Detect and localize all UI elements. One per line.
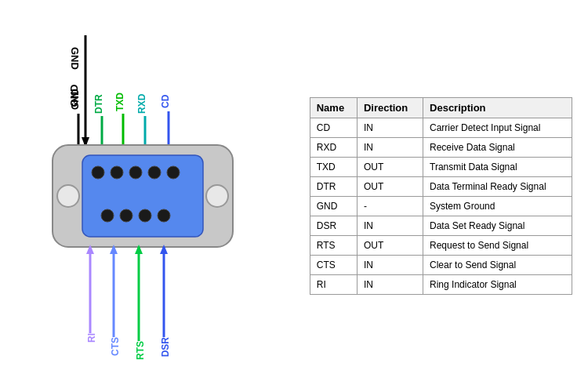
label-ri: RI xyxy=(86,333,97,343)
pin-1 xyxy=(92,166,104,179)
pin-3 xyxy=(129,166,142,179)
mount-hole-left xyxy=(57,185,79,207)
label-dsr: DSR xyxy=(160,337,171,358)
connector-diagram: GND GND GND DTR TXD RXD CD xyxy=(16,16,310,376)
cell-name: TXD xyxy=(310,158,357,177)
table-row: CTS IN Clear to Send Signal xyxy=(310,256,572,275)
cell-name: DTR xyxy=(310,177,357,197)
gnd-arrow-group xyxy=(82,35,89,147)
cell-name: DSR xyxy=(310,216,357,236)
label-rts: RTS xyxy=(135,341,146,360)
table-row: DTR OUT Data Terminal Ready Signal xyxy=(310,177,572,197)
table-row: RTS OUT Request to Send Signal xyxy=(310,236,572,256)
col-header-direction: Direction xyxy=(357,98,423,118)
cell-direction: - xyxy=(357,197,423,216)
table-row: RXD IN Receive Data Signal xyxy=(310,138,572,158)
cell-description: Data Set Ready Signal xyxy=(423,216,572,236)
table-row: DSR IN Data Set Ready Signal xyxy=(310,216,572,236)
cell-description: System Ground xyxy=(423,197,572,216)
cell-description: Ring Indicator Signal xyxy=(423,275,572,295)
cell-direction: IN xyxy=(357,275,423,295)
gnd-label: GND xyxy=(69,47,81,70)
label-gnd: GND xyxy=(70,89,81,110)
cell-description: Request to Send Signal xyxy=(423,236,572,256)
label-cts: CTS xyxy=(110,337,121,356)
cell-direction: IN xyxy=(357,256,423,275)
cell-name: RXD xyxy=(310,138,357,158)
cell-direction: OUT xyxy=(357,158,423,177)
cell-direction: IN xyxy=(357,216,423,236)
pin-2 xyxy=(111,166,123,179)
pin-6 xyxy=(101,209,114,222)
table-row: RI IN Ring Indicator Signal xyxy=(310,275,572,295)
cell-name: RTS xyxy=(310,236,357,256)
cell-name: RI xyxy=(310,275,357,295)
signal-table: Name Direction Description CD IN Carrier… xyxy=(310,97,572,295)
cell-description: Clear to Send Signal xyxy=(423,256,572,275)
cell-name: CTS xyxy=(310,256,357,275)
label-cd: CD xyxy=(160,94,171,108)
col-header-name: Name xyxy=(310,98,357,118)
pin-4 xyxy=(148,166,161,179)
cell-direction: OUT xyxy=(357,236,423,256)
table-row: TXD OUT Transmit Data Signal xyxy=(310,158,572,177)
pin-8 xyxy=(139,209,151,222)
table-body: CD IN Carrier Detect Input Signal RXD IN… xyxy=(310,118,572,295)
table-header-row: Name Direction Description xyxy=(310,98,572,118)
mount-hole-right xyxy=(206,185,228,207)
pin-9 xyxy=(158,209,170,222)
table-row: GND - System Ground xyxy=(310,197,572,216)
cell-description: Carrier Detect Input Signal xyxy=(423,118,572,138)
cell-name: CD xyxy=(310,118,357,138)
cell-description: Receive Data Signal xyxy=(423,138,572,158)
cell-direction: OUT xyxy=(357,177,423,197)
cell-name: GND xyxy=(310,197,357,216)
label-txd: TXD xyxy=(114,93,125,111)
col-header-description: Description xyxy=(423,98,572,118)
cell-direction: IN xyxy=(357,118,423,138)
cell-direction: IN xyxy=(357,138,423,158)
pin-5 xyxy=(167,166,180,179)
table-row: CD IN Carrier Detect Input Signal xyxy=(310,118,572,138)
label-rxd: RXD xyxy=(136,93,147,114)
pin-7 xyxy=(120,209,132,222)
cell-description: Transmit Data Signal xyxy=(423,158,572,177)
label-dtr: DTR xyxy=(93,94,104,114)
signal-table-section: Name Direction Description CD IN Carrier… xyxy=(310,16,572,376)
cell-description: Data Terminal Ready Signal xyxy=(423,177,572,197)
db9-svg: GND GND GND DTR TXD RXD CD xyxy=(29,24,296,368)
